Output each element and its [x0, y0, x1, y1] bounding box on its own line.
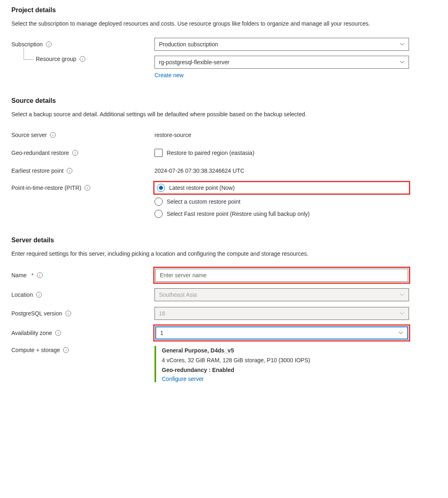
- location-value: Southeast Asia: [159, 291, 197, 298]
- server-name-input[interactable]: [155, 269, 408, 282]
- radio-icon: [157, 184, 165, 192]
- create-new-link[interactable]: Create new: [154, 72, 409, 78]
- resource-group-value: rg-postgresql-flexible-server: [159, 59, 230, 65]
- compute-specs: 4 vCores, 32 GiB RAM, 128 GiB storage, P…: [162, 356, 409, 365]
- az-value: 1: [160, 330, 163, 336]
- compute-geo: Geo-redundancy : Enabled: [162, 367, 234, 373]
- geo-restore-checkbox[interactable]: Restore to paired region (eastasia): [154, 149, 409, 157]
- geo-restore-checkbox-label: Restore to paired region (eastasia): [167, 150, 254, 156]
- chevron-down-icon: [398, 331, 403, 335]
- pitr-radio-latest[interactable]: Latest restore point (Now): [154, 182, 409, 194]
- location-label: Location: [11, 291, 33, 298]
- source-server-value: restore-source: [154, 132, 409, 138]
- pitr-radio-group: Latest restore point (Now) Select a cust…: [154, 182, 409, 218]
- compute-label: Compute + storage: [11, 347, 60, 353]
- compute-tier: General Purpose, D4ds_v5: [162, 347, 234, 354]
- chevron-down-icon: [400, 60, 405, 65]
- name-label: Name: [11, 272, 26, 278]
- info-icon[interactable]: [55, 330, 61, 336]
- info-icon[interactable]: [50, 132, 56, 138]
- az-label: Availability zone: [11, 330, 52, 336]
- server-details-desc: Enter required settings for this server,…: [11, 250, 437, 258]
- pitr-radio-latest-label: Latest restore point (Now): [169, 185, 235, 191]
- subscription-value: Production subscription: [159, 41, 218, 48]
- radio-icon: [154, 198, 163, 206]
- info-icon[interactable]: [36, 292, 42, 298]
- source-details-desc: Select a backup source and detail. Addit…: [11, 110, 437, 119]
- location-dropdown: Southeast Asia: [154, 288, 409, 301]
- version-value: 16: [159, 310, 165, 317]
- info-icon[interactable]: [65, 311, 71, 316]
- earliest-restore-value: 2024-07-26 07:30:38.3246624 UTC: [154, 167, 409, 174]
- info-icon[interactable]: [67, 168, 72, 174]
- info-icon[interactable]: [80, 56, 85, 62]
- resource-group-label: Resource group: [36, 56, 76, 62]
- compute-summary: General Purpose, D4ds_v5 4 vCores, 32 Gi…: [154, 346, 409, 382]
- pitr-radio-fast-label: Select Fast restore point (Restore using…: [167, 211, 310, 217]
- info-icon[interactable]: [37, 272, 43, 278]
- geo-restore-label: Geo-redundant restore: [11, 150, 69, 156]
- earliest-restore-label: Earliest restore point: [11, 167, 63, 174]
- configure-server-link[interactable]: Configure server: [162, 376, 204, 382]
- info-icon[interactable]: [72, 150, 78, 156]
- server-details-heading: Server details: [11, 237, 437, 244]
- info-icon[interactable]: [85, 185, 90, 191]
- version-dropdown: 16: [154, 307, 409, 320]
- source-server-label: Source server: [11, 132, 47, 138]
- tree-elbow: [24, 48, 33, 60]
- subscription-label: Subscription: [11, 41, 43, 48]
- project-details-heading: Project details: [11, 7, 437, 14]
- availability-zone-dropdown[interactable]: 1: [155, 326, 408, 339]
- source-details-heading: Source details: [11, 97, 437, 104]
- pitr-label: Point-in-time-restore (PITR): [11, 185, 81, 191]
- pitr-radio-custom[interactable]: Select a custom restore point: [154, 198, 409, 206]
- chevron-down-icon: [400, 42, 405, 47]
- chevron-down-icon: [400, 311, 405, 316]
- pitr-radio-custom-label: Select a custom restore point: [167, 198, 240, 205]
- radio-icon: [154, 210, 163, 218]
- info-icon[interactable]: [63, 347, 69, 353]
- info-icon[interactable]: [46, 41, 52, 47]
- chevron-down-icon: [400, 292, 405, 297]
- pitr-radio-fast[interactable]: Select Fast restore point (Restore using…: [154, 210, 409, 218]
- subscription-dropdown[interactable]: Production subscription: [154, 38, 409, 51]
- checkbox-box: [154, 149, 163, 157]
- project-details-desc: Select the subscription to manage deploy…: [11, 20, 437, 28]
- resource-group-dropdown[interactable]: rg-postgresql-flexible-server: [154, 56, 409, 69]
- required-asterisk: *: [31, 272, 33, 278]
- version-label: PostgreSQL version: [11, 310, 62, 317]
